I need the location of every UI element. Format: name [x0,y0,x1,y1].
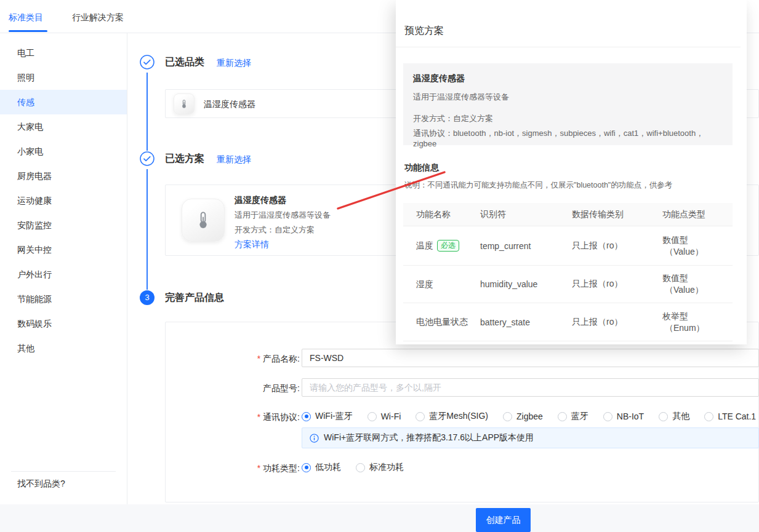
sidebar-item-sensing[interactable]: 传感 [0,90,127,114]
required-mark: * [257,463,260,473]
protocol-hint-text: WiFi+蓝牙联网方式，推荐搭配3.17.6以上APP版本使用 [324,432,534,443]
step2-reselect-link[interactable]: 重新选择 [217,154,251,165]
protocol-option-zigbee[interactable]: Zigbee [503,411,543,421]
dp-name-text: 温度 [416,240,433,252]
table-header-row: 功能名称 识别符 数据传输类别 功能点类型 [403,203,733,226]
product-model-label: 产品型号: [201,383,300,394]
col-transfer-type: 数据传输类别 [572,209,662,220]
category-sidebar: 电工 照明 传感 大家电 小家电 厨房电器 运动健康 安防监控 网关中控 户外出… [0,33,127,504]
sidebar-item-outdoor-travel[interactable]: 户外出行 [0,262,127,287]
radio-icon [356,463,365,472]
step-connector-2 [147,169,148,290]
dp-identifier: battery_state [480,317,572,327]
radio-selected-icon [302,463,311,472]
sidebar-item-sport-health[interactable]: 运动健康 [0,188,127,213]
step1-reselect-link[interactable]: 重新选择 [217,58,251,69]
sidebar-item-lighting[interactable]: 照明 [0,65,127,90]
product-name-label: *产品名称: [201,354,300,365]
dp-identifier: temp_current [480,241,572,251]
sidebar-item-energy-saving[interactable]: 节能能源 [0,287,127,311]
dp-name-text: 湿度 [416,279,433,290]
power-type-label: *功耗类型: [201,463,300,474]
required-mark: * [257,412,260,422]
table-row: 温度 必选 temp_current 只上报（ro） 数值型 （Value） [403,226,733,266]
sidebar-item-digital-entertainment[interactable]: 数码娱乐 [0,311,127,336]
sidebar-item-kitchen-appliance[interactable]: 厨房电器 [0,164,127,188]
dp-type-text: 数值型 [662,234,733,246]
step3-number-badge: 3 [140,290,155,305]
active-tab-underline [9,30,47,32]
solution-name: 温湿度传感器 [235,195,286,206]
step2-title: 已选方案 [165,153,204,165]
create-product-button[interactable]: 创建产品 [476,508,531,532]
tab-industry-solutions[interactable]: 行业解决方案 [72,12,124,23]
solution-dev-mode: 开发方式：自定义方案 [235,224,315,236]
protocol-option-nbiot[interactable]: NB-IoT [603,411,644,421]
info-icon [310,434,319,443]
product-model-input[interactable] [302,378,759,397]
step3-title: 完善产品信息 [165,292,224,304]
dp-type-sub: （Value） [662,284,733,296]
sidebar-item-electrical[interactable]: 电工 [0,41,127,65]
table-row: 电池电量状态 battery_state 只上报（ro） 枚举型 （Enum） [403,303,733,341]
protocol-option-wifi[interactable]: Wi-Fi [367,411,401,421]
radio-icon [558,412,567,421]
solution-summary-card: 温湿度传感器 适用于温湿度传感器等设备 开发方式：自定义方案 通讯协议：blue… [403,63,733,145]
step1-check-icon [140,55,155,69]
dp-type-sub: （Value） [662,246,733,258]
radio-icon [603,412,612,421]
solution-detail-link[interactable]: 方案详情 [235,239,269,250]
thermometer-icon [174,93,195,114]
drawer-title-divider [396,47,741,47]
protocol-option-ble-mesh[interactable]: 蓝牙Mesh(SIG) [416,411,488,422]
dp-transfer: 只上报（ro） [572,317,662,328]
required-mark: * [257,354,260,363]
power-option-standard[interactable]: 标准功耗 [356,462,404,473]
selected-category-name: 温湿度传感器 [204,99,255,110]
dp-type-text: 枚举型 [662,311,733,322]
sidebar-item-gateway-control[interactable]: 网关中控 [0,237,127,262]
radio-icon [659,412,668,421]
required-badge: 必选 [437,240,459,252]
sidebar-footer-divider [11,471,116,472]
protocol-label: *通讯协议: [201,412,300,423]
protocol-option-other[interactable]: 其他 [659,411,689,422]
dp-transfer: 只上报（ro） [572,240,662,252]
col-identifier: 识别符 [480,209,572,220]
radio-icon [503,412,512,421]
function-info-title: 功能信息 [404,162,439,173]
thermometer-icon [182,199,225,242]
tab-standard-category[interactable]: 标准类目 [9,12,43,23]
dp-type-sub: （Enum） [662,322,733,334]
radio-icon [704,412,713,421]
radio-selected-icon [302,412,311,421]
dp-type-text: 数值型 [662,272,733,284]
summary-name: 温湿度传感器 [413,73,723,84]
create-product-page: 标准类目 行业解决方案 电工 照明 传感 大家电 小家电 厨房电器 运动健康 安… [0,0,759,532]
table-row: 湿度 humidity_value 只上报（ro） 数值型 （Value） [403,266,733,303]
radio-icon [367,412,377,421]
step2-check-icon [140,151,155,166]
power-type-radio-group: 低功耗 标准功耗 [302,462,404,473]
protocol-option-wifi-ble[interactable]: WiFi-蓝牙 [302,411,353,422]
protocol-hint-banner: WiFi+蓝牙联网方式，推荐搭配3.17.6以上APP版本使用 [302,427,759,448]
step-connector-1 [147,73,148,151]
dp-transfer: 只上报（ro） [572,279,662,290]
preview-solution-drawer: 预览方案 温湿度传感器 适用于温湿度传感器等设备 开发方式：自定义方案 通讯协议… [396,0,747,344]
dp-name-text: 电池电量状态 [416,316,468,328]
protocol-option-bluetooth[interactable]: 蓝牙 [558,411,588,422]
product-name-input[interactable] [302,349,759,367]
drawer-title: 预览方案 [404,25,444,38]
sidebar-item-large-appliance[interactable]: 大家电 [0,114,127,139]
sidebar-item-small-appliance[interactable]: 小家电 [0,139,127,164]
sidebar-item-security-monitor[interactable]: 安防监控 [0,213,127,237]
sidebar-item-others[interactable]: 其他 [0,336,127,360]
function-info-note: 说明：不同通讯能力可能支持功能点不同，仅展示"bluetooth"的功能点，供参… [404,180,672,191]
cannot-find-category-link[interactable]: 找不到品类? [17,478,65,490]
solution-desc: 适用于温湿度传感器等设备 [235,210,331,221]
dp-identifier: humidity_value [480,279,572,289]
summary-protocols: 通讯协议：bluetooth，nb-iot，sigmesh，subpieces，… [413,128,723,148]
power-option-low[interactable]: 低功耗 [302,462,341,473]
function-points-table: 功能名称 识别符 数据传输类别 功能点类型 温度 必选 temp_current… [403,203,733,341]
protocol-option-lte-cat1[interactable]: LTE Cat.1 [704,411,756,421]
